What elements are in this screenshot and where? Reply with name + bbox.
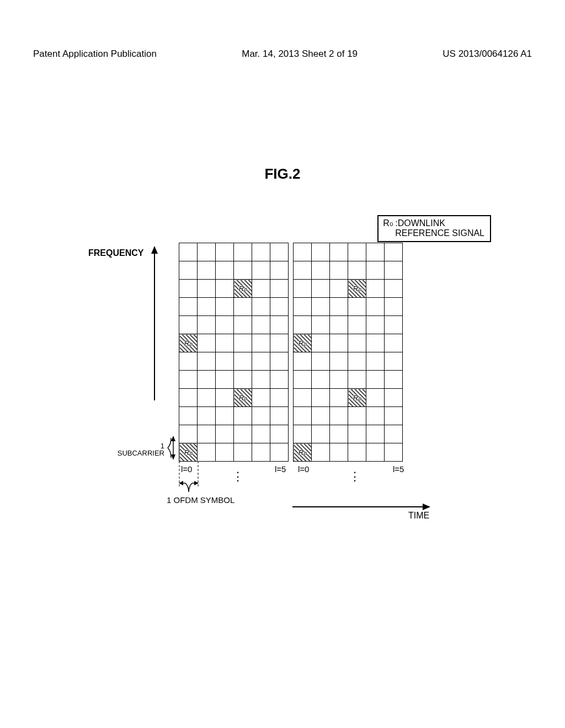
ellipsis-icon: ··· — [236, 470, 239, 483]
grid-cell — [385, 389, 403, 407]
grid-cell — [385, 280, 403, 298]
grid-cell — [385, 316, 403, 334]
grid-cell: R₀ — [234, 389, 252, 407]
resource-grid: R₀R₀R₀R₀R₀R₀R₀R₀ — [179, 243, 403, 462]
grid-cell — [312, 407, 330, 425]
grid-cell — [348, 298, 366, 316]
grid-cell — [198, 371, 216, 389]
grid-cell — [312, 425, 330, 443]
grid-cell — [179, 352, 198, 371]
svg-marker-4 — [171, 454, 175, 460]
grid-cell — [252, 243, 270, 261]
grid-cell — [179, 316, 198, 334]
grid-cell — [252, 334, 270, 352]
grid-cell — [198, 389, 216, 407]
grid-cell — [385, 352, 403, 371]
ofdm-unit-label: 1 OFDM SYMBOL — [167, 495, 234, 505]
grid-cell — [330, 371, 348, 389]
grid-cell — [198, 261, 216, 280]
grid-cell — [252, 371, 270, 389]
slot-divider — [289, 334, 294, 352]
grid-cell — [270, 425, 289, 443]
grid-cell: R₀ — [179, 334, 198, 352]
grid-cell — [348, 334, 366, 352]
grid-cell — [198, 316, 216, 334]
grid-cell — [179, 371, 198, 389]
grid-cell — [366, 243, 385, 261]
grid-cell — [179, 261, 198, 280]
grid-cell — [252, 407, 270, 425]
grid-cell — [252, 443, 270, 462]
header-left: Patent Application Publication — [33, 49, 157, 60]
grid-cell — [348, 243, 366, 261]
grid-cell — [312, 280, 330, 298]
grid-cell: R₀ — [179, 443, 198, 462]
grid-cell — [252, 261, 270, 280]
grid-cell: R₀ — [348, 280, 366, 298]
y-axis-arrow-icon — [149, 246, 160, 400]
grid-cell — [330, 280, 348, 298]
grid-cell — [234, 298, 252, 316]
grid-cell — [179, 425, 198, 443]
reference-signal-cell: R₀ — [353, 285, 361, 293]
grid-cell — [198, 407, 216, 425]
grid-cell — [366, 443, 385, 462]
grid-cell — [312, 298, 330, 316]
x-axis-label: TIME — [408, 511, 429, 521]
slot-divider — [289, 280, 294, 298]
grid-cell — [330, 334, 348, 352]
grid-cell — [216, 334, 234, 352]
grid-cell — [234, 243, 252, 261]
reference-signal-cell: R₀ — [184, 339, 192, 347]
grid-cell — [270, 443, 289, 462]
grid-cell — [198, 243, 216, 261]
grid-cell — [330, 261, 348, 280]
grid-cell — [385, 298, 403, 316]
col-label-slot2-last: l=5 — [393, 464, 404, 474]
grid-cell: R₀ — [234, 280, 252, 298]
legend-text: :DOWNLINK REFERENCE SIGNAL — [395, 218, 484, 239]
grid-cell — [366, 261, 385, 280]
grid-cell — [198, 298, 216, 316]
grid-cell — [366, 425, 385, 443]
slot-divider — [289, 352, 294, 371]
grid-cell — [366, 316, 385, 334]
grid-cell — [330, 443, 348, 462]
grid-cell — [270, 389, 289, 407]
grid-cell — [294, 261, 312, 280]
grid-cell — [270, 261, 289, 280]
grid-cell — [270, 352, 289, 371]
grid-cell — [294, 280, 312, 298]
grid-cell — [366, 407, 385, 425]
grid-cell: R₀ — [294, 334, 312, 352]
grid-cell — [385, 243, 403, 261]
grid-cell — [252, 280, 270, 298]
grid-cell — [294, 298, 312, 316]
grid-cell — [216, 243, 234, 261]
grid-cell — [348, 316, 366, 334]
slot-divider — [289, 425, 294, 443]
grid-cell — [348, 425, 366, 443]
ellipsis-icon: ··· — [353, 470, 356, 483]
grid-cell — [179, 389, 198, 407]
grid-cell — [252, 425, 270, 443]
grid-cell — [198, 280, 216, 298]
grid-cell — [294, 389, 312, 407]
svg-marker-12 — [423, 504, 430, 510]
grid-cell — [252, 298, 270, 316]
slot-divider — [289, 443, 294, 462]
grid-cell — [366, 352, 385, 371]
grid-cell — [198, 334, 216, 352]
grid-cell — [198, 425, 216, 443]
svg-marker-1 — [151, 246, 158, 254]
grid-cell — [312, 443, 330, 462]
grid-cell — [234, 334, 252, 352]
header-center: Mar. 14, 2013 Sheet 2 of 19 — [242, 49, 358, 60]
grid-cell — [216, 352, 234, 371]
grid-cell — [179, 407, 198, 425]
grid-cell — [252, 352, 270, 371]
header-right: US 2013/0064126 A1 — [443, 49, 532, 60]
grid-cell — [294, 316, 312, 334]
reference-signal-cell: R₀ — [184, 448, 192, 457]
grid-cell — [216, 389, 234, 407]
